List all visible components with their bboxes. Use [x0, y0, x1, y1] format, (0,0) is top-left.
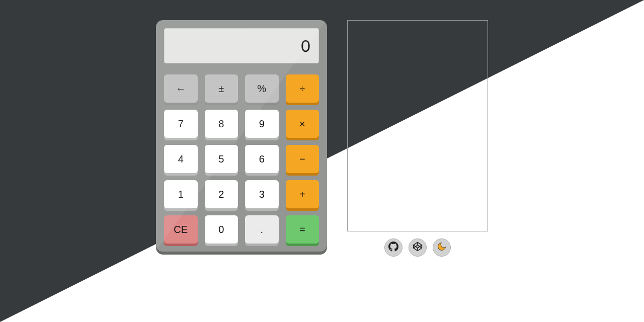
nine-button[interactable]: 9 [245, 110, 279, 138]
percent-button[interactable]: % [245, 74, 279, 103]
seven-button[interactable]: 7 [164, 110, 198, 138]
plusminus-button[interactable]: ± [205, 74, 238, 103]
display-value: 0 [301, 36, 310, 56]
github-icon [388, 242, 398, 254]
moon-icon [437, 242, 447, 254]
one-button[interactable]: 1 [164, 180, 198, 208]
github-link[interactable] [384, 238, 403, 257]
theme-toggle[interactable] [433, 238, 451, 257]
keypad: ← ± % ÷ 7 8 9 × 4 5 6 − 1 2 3 + CE 0 . = [164, 74, 319, 244]
decimal-button[interactable]: . [245, 215, 279, 244]
eight-button[interactable]: 8 [205, 110, 238, 138]
history-panel [347, 20, 488, 231]
five-button[interactable]: 5 [205, 145, 238, 173]
codepen-link[interactable] [409, 238, 427, 257]
clear-button[interactable]: CE [164, 215, 198, 244]
zero-button[interactable]: 0 [205, 215, 238, 244]
minus-button[interactable]: − [286, 145, 319, 173]
divide-button[interactable]: ÷ [286, 74, 319, 103]
display: 0 [164, 28, 319, 63]
calculator: 0 ← ± % ÷ 7 8 9 × 4 5 6 − 1 2 3 + CE 0 .… [156, 20, 327, 252]
backspace-button[interactable]: ← [164, 74, 198, 103]
six-button[interactable]: 6 [245, 145, 279, 173]
icon-row [384, 238, 451, 257]
two-button[interactable]: 2 [205, 180, 238, 208]
three-button[interactable]: 3 [245, 180, 279, 208]
equals-button[interactable]: = [286, 215, 319, 244]
four-button[interactable]: 4 [164, 145, 198, 173]
multiply-button[interactable]: × [286, 110, 319, 138]
plus-button[interactable]: + [286, 180, 319, 208]
codepen-icon [413, 242, 423, 254]
